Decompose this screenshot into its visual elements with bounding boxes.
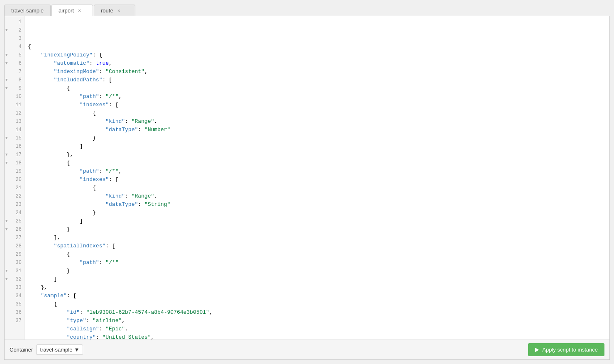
- line-num-24: 24: [5, 209, 24, 217]
- line-number-text-12: 12: [16, 109, 22, 117]
- collapse-arrow-15[interactable]: ▼: [5, 134, 7, 142]
- collapse-arrow-18[interactable]: ▼: [5, 159, 7, 167]
- line-number-text-20: 20: [16, 176, 22, 184]
- bottom-bar: Container travel-sample ▼ Apply script t…: [5, 340, 609, 359]
- container-value: travel-sample: [40, 347, 72, 353]
- line-number-text-14: 14: [16, 126, 22, 134]
- line-number-text-6: 6: [19, 59, 22, 68]
- line-number-text-18: 18: [16, 159, 22, 167]
- line-number-text-8: 8: [19, 76, 22, 84]
- tab-airport[interactable]: airport×: [51, 5, 93, 16]
- tab-travel-sample[interactable]: travel-sample: [4, 5, 51, 16]
- line-num-20: 20: [5, 176, 24, 184]
- code-line-22: ]: [28, 217, 606, 225]
- line-number-text-13: 13: [16, 117, 22, 126]
- code-line-16: "path": "/*",: [28, 167, 606, 176]
- code-line-15: {: [28, 159, 606, 167]
- code-line-25: "spatialIndexes": [: [28, 242, 606, 250]
- code-line-3: "automatic": true,: [28, 59, 606, 68]
- collapse-arrow-9[interactable]: ▼: [5, 84, 7, 93]
- code-line-19: "kind": "Range",: [28, 192, 606, 200]
- apply-script-label: Apply script to instance: [542, 347, 598, 353]
- container-dropdown[interactable]: travel-sample ▼: [36, 344, 83, 355]
- line-num-22: 22: [5, 192, 24, 200]
- code-line-12: }: [28, 134, 606, 142]
- collapse-arrow-2[interactable]: ▼: [5, 26, 7, 34]
- code-line-17: "indexes": [: [28, 176, 606, 184]
- line-num-26: ▼26: [5, 225, 24, 234]
- line-num-35: 35: [5, 300, 24, 308]
- line-number-text-36: 36: [16, 308, 22, 317]
- line-num-18: ▼18: [5, 159, 24, 167]
- line-num-2: ▼2: [5, 26, 24, 34]
- line-number-text-29: 29: [16, 250, 22, 259]
- line-num-12: 12: [5, 109, 24, 117]
- line-num-33: 33: [5, 283, 24, 292]
- collapse-arrow-25[interactable]: ▼: [5, 217, 7, 225]
- line-number-text-2: 2: [19, 26, 22, 34]
- line-num-8: ▼8: [5, 76, 24, 84]
- code-area[interactable]: { "indexingPolicy": { "automatic": true,…: [24, 16, 609, 340]
- code-line-28: }: [28, 267, 606, 275]
- line-number-text-5: 5: [19, 51, 22, 59]
- line-number-text-26: 26: [16, 225, 22, 234]
- code-line-33: "id": "1eb93081-62b7-4574-a8b4-90764e3b0…: [28, 308, 606, 317]
- container-section: Container travel-sample ▼: [10, 344, 83, 355]
- line-num-29: 29: [5, 250, 24, 259]
- tab-close-airport[interactable]: ×: [78, 8, 81, 13]
- line-number-text-4: 4: [19, 43, 22, 51]
- collapse-arrow-6[interactable]: ▼: [5, 59, 7, 68]
- line-number-text-33: 33: [16, 283, 22, 292]
- tab-label-airport: airport: [59, 7, 74, 14]
- collapse-arrow-32[interactable]: ▼: [5, 275, 7, 283]
- line-num-21: 21: [5, 184, 24, 192]
- code-line-21: }: [28, 209, 606, 217]
- line-number-text-22: 22: [16, 192, 22, 200]
- line-number-text-17: 17: [16, 151, 22, 159]
- tab-label-route: route: [101, 7, 113, 14]
- collapse-arrow-31[interactable]: ▼: [5, 267, 7, 275]
- line-number-text-27: 27: [16, 234, 22, 242]
- code-line-24: ],: [28, 234, 606, 242]
- line-number-text-10: 10: [16, 93, 22, 101]
- code-line-8: "indexes": [: [28, 101, 606, 109]
- line-num-15: ▼15: [5, 134, 24, 142]
- collapse-arrow-8[interactable]: ▼: [5, 76, 7, 84]
- line-number-text-23: 23: [16, 200, 22, 209]
- line-number-text-35: 35: [16, 300, 22, 308]
- code-line-32: {: [28, 300, 606, 308]
- main-container: travel-sampleairport×route× 1▼234▼5▼67▼8…: [0, 0, 614, 364]
- code-line-35: "callsign": "Epic",: [28, 325, 606, 333]
- line-number-text-31: 31: [16, 267, 22, 275]
- code-line-18: {: [28, 184, 606, 192]
- editor-panel: 1▼234▼5▼67▼8▼91011121314▼1516▼17▼1819202…: [4, 16, 610, 360]
- line-number-text-7: 7: [19, 68, 22, 76]
- collapse-arrow-26[interactable]: ▼: [5, 225, 7, 234]
- line-num-6: ▼6: [5, 59, 24, 68]
- code-line-30: },: [28, 283, 606, 292]
- tab-close-route[interactable]: ×: [117, 8, 120, 13]
- code-line-6: {: [28, 84, 606, 93]
- code-line-14: },: [28, 151, 606, 159]
- code-line-1: {: [28, 43, 606, 51]
- editor-content[interactable]: 1▼234▼5▼67▼8▼91011121314▼1516▼17▼1819202…: [5, 16, 609, 340]
- line-number-text-25: 25: [16, 217, 22, 225]
- code-line-29: ]: [28, 275, 606, 283]
- code-line-13: ]: [28, 142, 606, 151]
- tab-route[interactable]: route×: [94, 5, 135, 16]
- line-number-text-9: 9: [19, 84, 22, 93]
- play-icon: [535, 347, 539, 352]
- code-line-20: "dataType": "String": [28, 200, 606, 209]
- collapse-arrow-5[interactable]: ▼: [5, 51, 7, 59]
- line-num-17: ▼17: [5, 151, 24, 159]
- line-number-text-30: 30: [16, 259, 22, 267]
- code-line-34: "type": "airline",: [28, 317, 606, 325]
- line-num-1: 1: [5, 18, 24, 26]
- apply-script-button[interactable]: Apply script to instance: [528, 343, 604, 356]
- line-num-16: 16: [5, 142, 24, 151]
- collapse-arrow-17[interactable]: ▼: [5, 151, 7, 159]
- code-line-31: "sample": [: [28, 292, 606, 300]
- dropdown-arrow-icon: ▼: [74, 347, 79, 353]
- line-number-text-24: 24: [16, 209, 22, 217]
- code-line-9: {: [28, 109, 606, 117]
